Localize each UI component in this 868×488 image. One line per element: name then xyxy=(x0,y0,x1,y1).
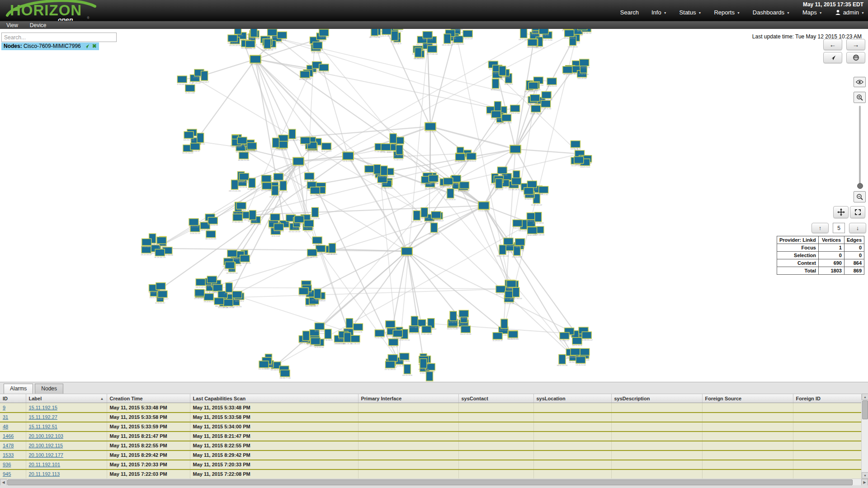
device-node[interactable]: 18.168.71.53 xyxy=(232,291,242,300)
device-node[interactable]: 116.181.25.70 xyxy=(319,64,329,74)
device-node[interactable]: 21.74.231.45 xyxy=(239,173,249,183)
device-node[interactable]: 207.54.138.132 xyxy=(385,361,396,371)
device-node[interactable]: 182.55.212.241 xyxy=(205,231,216,240)
device-node[interactable]: 203.64.106.105 xyxy=(224,262,235,271)
nav-reports[interactable]: Reports▼ xyxy=(714,9,740,16)
device-node[interactable]: 118.59.75.150 xyxy=(189,219,198,228)
device-node[interactable]: 204.246.140.125 xyxy=(239,255,250,265)
device-node[interactable]: 92.242.148.165 xyxy=(421,326,432,336)
device-node[interactable]: 85.224.211.147 xyxy=(269,214,280,223)
device-node[interactable]: 199.121.137.120 xyxy=(442,178,454,188)
device-node[interactable]: 58.81.47.164 xyxy=(510,105,520,115)
device-node[interactable]: 149.68.158.132 xyxy=(459,182,470,191)
topology-graph[interactable]: 33.177.99.9122.49.236.76176.193.149.2541… xyxy=(0,29,868,382)
device-node[interactable]: 165.21.247.29 xyxy=(382,29,392,37)
device-node[interactable]: 36.24.107.172 xyxy=(321,143,331,152)
column-header-label[interactable]: Label▲ xyxy=(26,394,107,403)
device-node[interactable]: 28.237.123.96 xyxy=(501,114,511,123)
node-id-link[interactable]: 936 xyxy=(3,462,11,467)
device-node[interactable]: 152.39.21.126 xyxy=(510,145,521,156)
device-node[interactable]: 76.41.11.104 xyxy=(236,202,246,212)
device-node[interactable]: 146.26.50.40 xyxy=(515,239,525,248)
device-node[interactable]: 11.172.78.65 xyxy=(393,330,402,340)
device-node[interactable]: 45.12.251.156 xyxy=(207,276,217,286)
device-node[interactable]: 79.65.33.108 xyxy=(513,220,522,229)
device-node[interactable]: 32.64.146.250 xyxy=(237,137,247,146)
device-node[interactable]: 130.240.77.136 xyxy=(279,370,290,380)
device-node[interactable]: 68.46.124.23 xyxy=(431,211,441,221)
remove-focus-icon[interactable]: ✖ xyxy=(92,43,97,49)
nav-info[interactable]: Info▼ xyxy=(651,9,667,16)
device-node[interactable]: 107.117.50.168 xyxy=(523,188,534,197)
device-node[interactable]: 146.0.12.2 xyxy=(574,157,584,166)
zoom-slider-handle[interactable] xyxy=(857,183,863,189)
device-node[interactable]: 99.159.48.27 xyxy=(200,71,209,83)
nav-search[interactable]: Search xyxy=(620,9,639,16)
column-header-foreign-source[interactable]: Foreign Source xyxy=(702,394,793,403)
device-node[interactable]: 131.90.123.133 xyxy=(343,152,354,163)
device-node[interactable]: 42.10.1.19 xyxy=(272,138,280,150)
device-node[interactable]: 158.205.184.217 xyxy=(156,291,168,300)
node-label-link[interactable]: 20.11.192.101 xyxy=(29,462,61,467)
device-node[interactable]: 187.177.209.77 xyxy=(577,29,588,33)
device-node[interactable]: 152.115.11.223 xyxy=(259,361,269,371)
device-node[interactable]: 181.222.51.241 xyxy=(458,310,469,320)
device-node[interactable]: 68.209.109.76 xyxy=(379,166,389,178)
device-node[interactable]: 92.160.73.51 xyxy=(247,178,256,190)
device-node[interactable]: 194.178.19.38 xyxy=(227,35,237,44)
column-header-primary-interface[interactable]: Primary Interface xyxy=(358,394,458,403)
device-node[interactable]: 91.143.78.102 xyxy=(293,158,304,168)
node-label-link[interactable]: 20.100.192.103 xyxy=(29,433,63,439)
device-node[interactable]: 163.146.229.179 xyxy=(299,71,311,80)
szl-down-button[interactable]: ↓ xyxy=(849,223,866,233)
device-node[interactable]: 174.15.5.137 xyxy=(301,137,310,146)
device-node[interactable]: 65.9.214.76 xyxy=(277,32,287,41)
device-node[interactable]: 104.158.70.231 xyxy=(540,100,551,110)
highlight-focus-button[interactable] xyxy=(854,77,866,87)
pan-mode-button[interactable] xyxy=(833,206,849,218)
device-node[interactable]: 10.92.20.69 xyxy=(495,178,503,191)
scroll-right-icon[interactable]: ▶ xyxy=(861,479,868,486)
device-node[interactable]: 43.25.21.161 xyxy=(539,186,548,196)
column-header-syscontact[interactable]: sysContact xyxy=(458,394,533,403)
device-node[interactable]: 193.117.216.91 xyxy=(425,123,436,133)
device-node[interactable]: 100.115.99.94 xyxy=(402,364,412,376)
search-input[interactable] xyxy=(1,33,117,42)
device-node[interactable]: 31.229.221.32 xyxy=(492,333,502,342)
vertical-scroll-thumb[interactable] xyxy=(862,400,868,419)
horizontal-scroll-thumb[interactable] xyxy=(7,479,853,485)
szl-up-button[interactable]: ↑ xyxy=(811,223,829,233)
device-node[interactable]: 136.162.208.188 xyxy=(530,105,542,115)
menubar-item-view[interactable]: View xyxy=(6,22,18,28)
node-label-link[interactable]: 15.11.192.51 xyxy=(29,424,57,429)
device-node[interactable]: 33.137.87.83 xyxy=(311,207,320,220)
node-id-link[interactable]: 31 xyxy=(3,414,8,420)
node-id-link[interactable]: 945 xyxy=(3,471,11,477)
column-header-foreign-id[interactable]: Foreign ID xyxy=(793,394,861,403)
device-node[interactable]: 44.35.37.7 xyxy=(499,66,506,78)
device-node[interactable]: 124.223.211.87 xyxy=(246,143,257,152)
nav-status[interactable]: Status▼ xyxy=(679,9,702,16)
device-node[interactable]: 46.203.35.221 xyxy=(497,167,507,176)
device-node[interactable]: 150.10.140.158 xyxy=(527,39,538,49)
scroll-up-icon[interactable]: ▲ xyxy=(862,394,868,400)
device-node[interactable]: 37.63.104.153 xyxy=(177,76,187,85)
device-node[interactable]: 80.33.203.191 xyxy=(156,237,166,246)
node-id-link[interactable]: 1466 xyxy=(3,433,14,439)
device-node[interactable]: 64.104.62.132 xyxy=(385,321,395,330)
device-node[interactable]: 69.166.19.6 xyxy=(391,31,399,43)
device-node[interactable]: 156.127.29.228 xyxy=(460,326,471,335)
column-header-last-capabilities-scan[interactable]: Last Capabilities Scan xyxy=(190,394,358,403)
device-node[interactable]: 38.124.253.178 xyxy=(579,59,590,69)
node-id-link[interactable]: 9 xyxy=(3,405,5,410)
device-node[interactable]: 125.206.190.90 xyxy=(399,353,410,363)
device-node[interactable]: 112.219.26.54 xyxy=(445,188,455,201)
szl-input[interactable] xyxy=(833,223,845,233)
device-node[interactable]: 145.56.94.18 xyxy=(467,153,476,163)
device-node[interactable]: 108.236.131.84 xyxy=(183,131,194,141)
device-node[interactable]: 41.38.213.197 xyxy=(304,220,314,230)
device-node[interactable]: 180.126.176.3 xyxy=(423,32,433,41)
device-node[interactable]: 66.181.57.139 xyxy=(304,173,314,182)
column-header-creation-time[interactable]: Creation Time xyxy=(107,394,190,403)
device-node[interactable]: 142.182.39.30 xyxy=(448,311,458,324)
